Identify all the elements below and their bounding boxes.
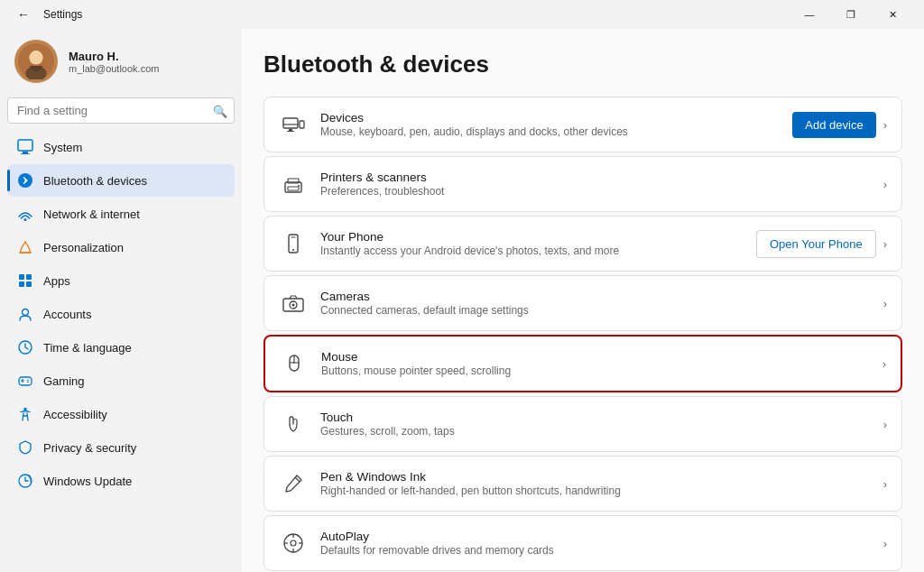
settings-item-touch[interactable]: Touch Gestures, scroll, zoom, taps ›: [263, 396, 902, 452]
search-icon: 🔍: [213, 104, 227, 117]
svg-point-8: [24, 218, 27, 221]
svg-rect-24: [300, 121, 304, 128]
open-phone-button[interactable]: Open Your Phone: [756, 230, 876, 258]
svg-rect-30: [288, 187, 299, 190]
mouse-chevron: ›: [882, 357, 886, 371]
svg-point-34: [292, 249, 294, 251]
sidebar-item-system[interactable]: System: [7, 131, 235, 163]
settings-item-devices[interactable]: Devices Mouse, keyboard, pen, audio, dis…: [263, 97, 902, 152]
add-device-button[interactable]: Add device: [792, 112, 875, 138]
sidebar-item-apps-label: Apps: [43, 274, 70, 288]
sidebar-item-bluetooth-label: Bluetooth & devices: [43, 174, 147, 188]
svg-point-20: [27, 382, 29, 383]
cameras-chevron: ›: [883, 297, 887, 310]
sidebar-item-accessibility[interactable]: Accessibility: [7, 398, 235, 430]
settings-list: Devices Mouse, keyboard, pen, audio, dis…: [263, 97, 902, 571]
pen-chevron: ›: [883, 477, 887, 491]
back-button[interactable]: ←: [11, 2, 36, 27]
settings-item-autoplay[interactable]: AutoPlay Defaults for removable drives a…: [263, 515, 902, 571]
main-content: Bluetooth & devices Devices Mouse, keybo…: [242, 29, 924, 572]
pen-text: Pen & Windows Ink Right-handed or left-h…: [320, 470, 871, 497]
cameras-icon: [279, 289, 308, 318]
settings-item-cameras[interactable]: Cameras Connected cameras, default image…: [263, 275, 902, 331]
titlebar-title: Settings: [43, 8, 82, 21]
autoplay-title: AutoPlay: [320, 530, 871, 543]
page-title: Bluetooth & devices: [263, 51, 902, 78]
mouse-title: Mouse: [321, 350, 870, 364]
sidebar: Mauro H. m_lab@outlook.com 🔍 System: [0, 29, 242, 572]
svg-rect-10: [19, 274, 24, 280]
privacy-icon: [16, 438, 34, 457]
settings-item-pen[interactable]: Pen & Windows Ink Right-handed or left-h…: [263, 456, 902, 512]
sidebar-item-time[interactable]: Time & language: [7, 331, 235, 364]
touch-desc: Gestures, scroll, zoom, taps: [320, 425, 871, 438]
close-button[interactable]: ✕: [872, 0, 913, 29]
cameras-desc: Connected cameras, default image setting…: [320, 304, 871, 317]
touch-right: ›: [883, 418, 887, 431]
search-input[interactable]: [7, 97, 235, 124]
settings-item-phone[interactable]: Your Phone Instantly access your Android…: [263, 216, 902, 272]
maximize-button[interactable]: ❐: [830, 0, 872, 29]
apps-icon: [16, 272, 34, 290]
phone-text: Your Phone Instantly access your Android…: [320, 230, 744, 257]
sidebar-item-gaming-label: Gaming: [43, 374, 85, 388]
update-icon: [16, 472, 34, 490]
mouse-text: Mouse Buttons, mouse pointer speed, scro…: [321, 350, 870, 377]
settings-item-printers[interactable]: Printers & scanners Preferences, trouble…: [263, 156, 902, 212]
mouse-right: ›: [882, 357, 886, 371]
cameras-text: Cameras Connected cameras, default image…: [320, 290, 871, 317]
accessibility-icon: [16, 405, 34, 423]
sidebar-item-windows-update[interactable]: Windows Update: [7, 465, 235, 497]
printers-right: ›: [883, 178, 887, 191]
printers-chevron: ›: [883, 178, 887, 191]
sidebar-item-privacy-label: Privacy & security: [43, 441, 136, 455]
svg-point-14: [23, 309, 29, 316]
devices-icon: [279, 110, 308, 139]
sidebar-item-gaming[interactable]: Gaming: [7, 364, 235, 397]
touch-icon: [279, 410, 308, 438]
user-name: Mauro H.: [69, 50, 159, 63]
titlebar-left: ← Settings: [11, 2, 82, 27]
svg-rect-4: [18, 140, 32, 151]
search-box: 🔍: [7, 97, 235, 124]
svg-rect-12: [19, 281, 24, 287]
cameras-right: ›: [883, 297, 887, 310]
avatar: [14, 40, 58, 83]
autoplay-chevron: ›: [883, 537, 887, 550]
svg-rect-27: [287, 131, 294, 132]
autoplay-icon: [279, 529, 308, 558]
settings-item-mouse[interactable]: Mouse Buttons, mouse pointer speed, scro…: [263, 335, 902, 392]
svg-point-31: [298, 185, 300, 187]
phone-desc: Instantly access your Android device's p…: [320, 244, 744, 257]
minimize-button[interactable]: —: [789, 0, 830, 29]
phone-right: Open Your Phone ›: [756, 230, 887, 258]
pen-icon: [279, 469, 308, 498]
sidebar-item-apps[interactable]: Apps: [7, 264, 235, 297]
printers-title: Printers & scanners: [320, 171, 871, 184]
sidebar-item-system-label: System: [43, 141, 82, 154]
svg-rect-13: [26, 281, 32, 287]
sidebar-item-privacy[interactable]: Privacy & security: [7, 431, 235, 464]
sidebar-item-accounts[interactable]: Accounts: [7, 298, 235, 330]
phone-chevron: ›: [883, 237, 887, 251]
pen-title: Pen & Windows Ink: [320, 470, 871, 484]
autoplay-right: ›: [883, 537, 887, 550]
phone-icon: [279, 229, 308, 258]
svg-rect-5: [23, 152, 28, 153]
user-section: Mauro H. m_lab@outlook.com: [7, 29, 235, 97]
sidebar-item-network[interactable]: Network & internet: [7, 198, 235, 230]
cameras-title: Cameras: [320, 290, 871, 303]
titlebar: ← Settings — ❐ ✕: [0, 0, 924, 29]
system-icon: [16, 138, 34, 156]
user-info: Mauro H. m_lab@outlook.com: [69, 50, 159, 74]
svg-point-3: [30, 51, 43, 64]
personalization-icon: [16, 238, 34, 256]
svg-rect-6: [21, 153, 30, 154]
svg-point-37: [292, 304, 295, 307]
sidebar-item-personalization[interactable]: Personalization: [7, 231, 235, 263]
accounts-icon: [16, 305, 34, 323]
sidebar-item-bluetooth[interactable]: Bluetooth & devices: [7, 164, 235, 197]
touch-text: Touch Gestures, scroll, zoom, taps: [320, 411, 871, 438]
svg-point-21: [23, 408, 27, 411]
app-body: Mauro H. m_lab@outlook.com 🔍 System: [0, 29, 924, 572]
